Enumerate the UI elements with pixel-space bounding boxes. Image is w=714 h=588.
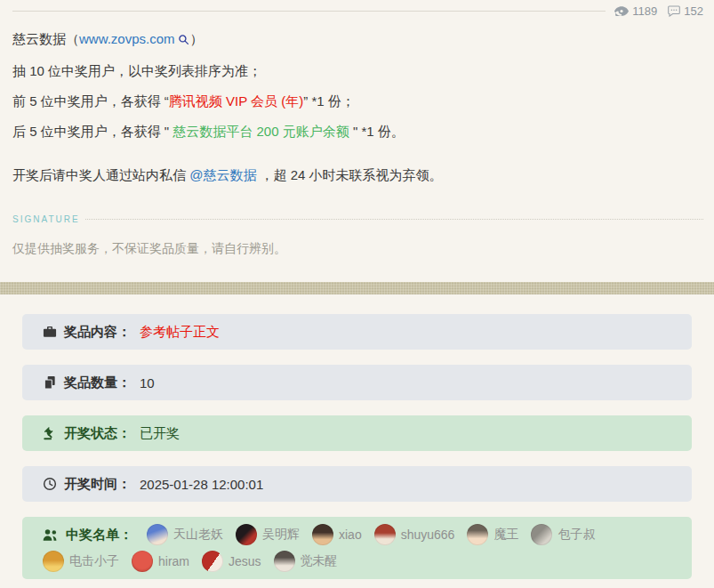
draw-time-label: 开奖时间：: [64, 476, 131, 493]
site-link[interactable]: www.zovps.com: [79, 31, 175, 46]
winner-item[interactable]: hiram: [132, 551, 189, 572]
post-section: 1189 152 慈云数据（www.zovps.com） 抽 10 位中奖用户，…: [0, 0, 714, 259]
winner-name: hiram: [158, 554, 189, 568]
intro-paren-close: ）: [190, 31, 204, 46]
rule-count-line: 抽 10 位中奖用户，以中奖列表排序为准；: [12, 60, 703, 81]
winners-label-group: 中奖名单：: [43, 527, 134, 544]
prize-count-value: 10: [140, 375, 155, 391]
winner-item[interactable]: 包子叔: [531, 524, 595, 545]
claim-prefix: 开奖后请中奖人通过站内私信: [12, 167, 189, 182]
prize-content-value: 参考帖子正文: [140, 324, 220, 341]
intro-name: 慈云数据: [12, 31, 66, 46]
winner-item[interactable]: 电击小子: [43, 551, 119, 572]
rule-last-prefix: 后 5 位中奖用户，各获得 ": [12, 124, 172, 139]
avatar: [374, 524, 396, 545]
winner-item[interactable]: 天山老妖: [147, 524, 223, 545]
winner-name: Jesus: [229, 554, 261, 568]
search-icon[interactable]: [178, 30, 189, 51]
header-divider: [12, 11, 606, 12]
winner-item[interactable]: 吴明辉: [236, 524, 300, 545]
avatar: [312, 524, 333, 545]
winners-row: 中奖名单： 天山老妖 吴明辉 xiao shuyu666 魔王 包子叔 电击: [22, 517, 692, 579]
signature-divider: [85, 219, 703, 220]
rule-last-line: 后 5 位中奖用户，各获得 " 慈云数据平台 200 元账户余额 " *1 份。: [12, 121, 703, 141]
winner-name: 觉未醒: [301, 553, 338, 569]
winner-item[interactable]: 魔王: [467, 524, 518, 545]
prize-count-row: 奖品数量： 10: [22, 365, 692, 400]
rule-first-line: 前 5 位中奖用户，各获得 “腾讯视频 VIP 会员 (年)” *1 份；: [12, 91, 703, 111]
gavel-icon: [43, 426, 57, 440]
signature-label: SIGNATURE: [12, 209, 80, 230]
avatar: [274, 551, 295, 572]
view-count: 1189: [614, 4, 657, 18]
rule-first-prefix: 前 5 位中奖用户，各获得 “: [12, 93, 169, 109]
winner-name: 包子叔: [558, 527, 595, 543]
view-count-value: 1189: [632, 4, 657, 18]
winner-name: 电击小子: [69, 553, 119, 569]
rule-first-suffix: ” *1 份；: [303, 93, 355, 109]
winner-name: shuyu666: [401, 528, 455, 542]
intro-paren-open: （: [66, 31, 79, 46]
clock-icon: [43, 477, 57, 491]
signature-head: SIGNATURE: [12, 209, 703, 230]
winner-item[interactable]: 觉未醒: [274, 551, 338, 572]
avatar: [43, 551, 64, 572]
post-stats: 1189 152: [614, 4, 703, 18]
claim-line: 开奖后请中奖人通过站内私信 @慈云数据 ，超 24 小时未联系视为弃领。: [12, 165, 703, 185]
signature-text: 仅提供抽奖服务，不保证奖品质量，请自行辨别。: [12, 238, 703, 259]
avatar: [236, 524, 257, 545]
status-row: 开奖状态： 已开奖: [22, 415, 692, 451]
rule-last-suffix: " *1 份。: [349, 124, 405, 139]
eye-icon: [614, 6, 629, 16]
section-divider-band: [0, 282, 714, 294]
draw-time-value: 2025-01-28 12:00:01: [140, 477, 263, 492]
draw-time-row: 开奖时间： 2025-01-28 12:00:01: [22, 466, 692, 502]
avatar: [202, 551, 223, 572]
winner-item[interactable]: shuyu666: [374, 524, 455, 545]
avatar: [467, 524, 488, 545]
winner-name: 魔王: [493, 527, 518, 543]
reply-count-value: 152: [684, 4, 703, 18]
avatar: [147, 524, 168, 545]
users-icon: [43, 528, 59, 542]
avatar: [531, 524, 552, 545]
winner-name: 天山老妖: [173, 527, 223, 543]
briefcase-icon: [43, 325, 57, 339]
winner-item[interactable]: xiao: [312, 524, 362, 545]
intro-line: 慈云数据（www.zovps.com）: [12, 28, 703, 51]
prize-content-row: 奖品内容： 参考帖子正文: [22, 314, 692, 350]
prize-count-label: 奖品数量：: [64, 375, 131, 391]
post-header: 1189 152: [12, 2, 703, 20]
avatar: [132, 551, 153, 572]
prize-last-highlight: 慈云数据平台 200 元账户余额: [172, 124, 349, 139]
signature-block: SIGNATURE 仅提供抽奖服务，不保证奖品质量，请自行辨别。: [12, 209, 703, 259]
status-label: 开奖状态：: [64, 425, 131, 442]
winners-label: 中奖名单：: [66, 527, 132, 544]
post-body: 慈云数据（www.zovps.com） 抽 10 位中奖用户，以中奖列表排序为准…: [12, 28, 703, 259]
winner-name: 吴明辉: [262, 527, 300, 543]
mention-link[interactable]: @慈云数据: [189, 167, 256, 182]
winner-name: xiao: [339, 528, 362, 542]
reply-count: 152: [668, 4, 703, 18]
lottery-panel: 奖品内容： 参考帖子正文 奖品数量： 10 开奖状态： 已开奖 开奖时间： 20…: [0, 294, 714, 588]
comment-icon: [668, 5, 680, 17]
prize-first-highlight: 腾讯视频 VIP 会员 (年): [169, 93, 303, 109]
winner-item[interactable]: Jesus: [202, 551, 261, 572]
copy-icon: [43, 375, 57, 390]
claim-suffix: ，超 24 小时未联系视为弃领。: [256, 167, 442, 182]
status-value: 已开奖: [140, 425, 180, 442]
prize-content-label: 奖品内容：: [64, 324, 131, 341]
